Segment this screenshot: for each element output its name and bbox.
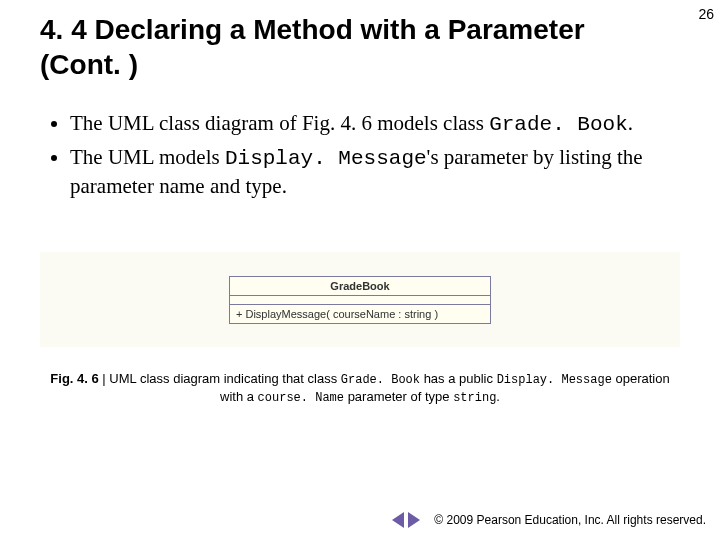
uml-operation: + DisplayMessage( courseName : string ) <box>230 305 490 323</box>
copyright-text: © 2009 Pearson Education, Inc. All right… <box>434 513 706 527</box>
bullet-2-code: Display. Message <box>225 147 427 170</box>
uml-class-name: GradeBook <box>230 277 490 296</box>
caption-label: Fig. 4. 6 <box>50 371 98 386</box>
caption-t2: has a public <box>420 371 497 386</box>
slide: 26 4. 4 Declaring a Method with a Parame… <box>0 0 720 540</box>
footer: © 2009 Pearson Education, Inc. All right… <box>392 512 706 528</box>
bullet-2: The UML models Display. Message's parame… <box>70 144 660 200</box>
caption-sep: | <box>99 371 110 386</box>
caption-t1: UML class diagram indicating that class <box>109 371 340 386</box>
uml-attributes-compartment <box>230 296 490 305</box>
uml-figure: GradeBook + DisplayMessage( courseName :… <box>40 252 680 347</box>
bullet-1: The UML class diagram of Fig. 4. 6 model… <box>70 110 660 138</box>
caption-c1: Grade. Book <box>341 373 420 387</box>
bullet-1-code: Grade. Book <box>489 113 628 136</box>
caption-t5: . <box>496 389 500 404</box>
bullet-2-pre: The UML models <box>70 145 225 169</box>
page-number: 26 <box>698 6 714 22</box>
caption-c3: course. Name <box>258 391 344 405</box>
bullet-1-post: . <box>628 111 633 135</box>
caption-t4: parameter of type <box>344 389 453 404</box>
uml-class-box: GradeBook + DisplayMessage( courseName :… <box>229 276 491 324</box>
next-slide-icon[interactable] <box>408 512 420 528</box>
caption-c2: Display. Message <box>497 373 612 387</box>
nav-arrows <box>392 512 420 528</box>
slide-body: The UML class diagram of Fig. 4. 6 model… <box>50 110 660 206</box>
prev-slide-icon[interactable] <box>392 512 404 528</box>
slide-title: 4. 4 Declaring a Method with a Parameter… <box>40 12 630 82</box>
figure-caption: Fig. 4. 6 | UML class diagram indicating… <box>40 370 680 406</box>
caption-c4: string <box>453 391 496 405</box>
bullet-1-pre: The UML class diagram of Fig. 4. 6 model… <box>70 111 489 135</box>
